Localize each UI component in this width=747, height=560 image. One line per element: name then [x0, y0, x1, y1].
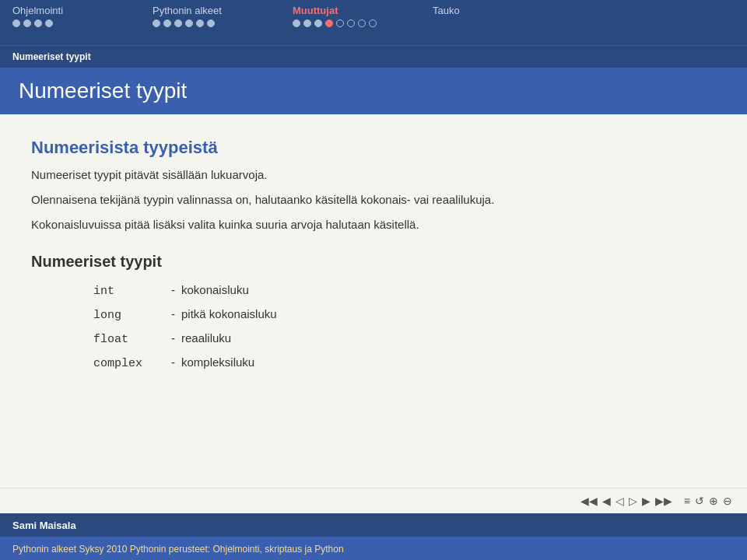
section-title: Numeerisista tyypeistä [31, 138, 716, 158]
footer-course: Pythonin alkeet Syksy 2010 Pythonin peru… [12, 544, 344, 555]
breadcrumb: Numeeriset tyypit [12, 51, 91, 62]
type-row-long: long - pitkä kokonaisluku [93, 307, 716, 322]
dot [207, 19, 215, 27]
paragraph-3: Kokonaisluvuissa pitää lisäksi valita ku… [31, 215, 716, 234]
type-desc-float: reaaliluku [181, 331, 231, 345]
dot [293, 19, 300, 27]
nav-next-group-button[interactable]: ▶ [642, 495, 651, 507]
dot [369, 19, 377, 27]
footer-name: Sami Maisala [12, 520, 76, 531]
breadcrumb-bar: Numeeriset tyypit [0, 45, 747, 68]
dot [196, 19, 204, 27]
type-row-int: int - kokonaisluku [93, 283, 716, 298]
dot [174, 19, 182, 27]
type-row-float: float - reaaliluku [93, 331, 716, 346]
dot [34, 19, 42, 27]
dot [163, 19, 171, 27]
nav-prev-group-button[interactable]: ◀ [602, 495, 611, 507]
nav-label-pythonin: Pythonin alkeet [153, 5, 246, 16]
dot [347, 19, 355, 27]
dot [45, 19, 53, 27]
nav-last-button[interactable]: ▶▶ [655, 495, 672, 507]
type-desc-int: kokonaisluku [181, 283, 249, 296]
type-table: int - kokonaisluku long - pitkä kokonais… [93, 283, 716, 370]
nav-section-tauko: Tauko [433, 5, 526, 19]
dot [23, 19, 31, 27]
type-desc-complex: kompleksiluku [181, 355, 254, 369]
nav-search-button[interactable]: ⊕ [709, 495, 718, 507]
top-nav: Ohjelmointi Pythonin alkeet Muuttujat [0, 0, 747, 45]
page-title: Numeeriset tyypit [19, 79, 728, 103]
nav-dots-pythonin [153, 19, 246, 27]
slide-body: Numeerisista tyypeistä Numeeriset tyypit… [0, 114, 747, 488]
nav-controls: ◀◀ ◀ ◁ ▷ ▶ ▶▶ ≡ ↺ ⊕ ⊖ [0, 488, 747, 513]
nav-label-ohjelmointi: Ohjelmointi [12, 5, 106, 16]
dot [12, 19, 20, 27]
page-title-bar: Numeeriset tyypit [0, 68, 747, 114]
dot [314, 19, 322, 27]
subsection-title: Numeeriset tyypit [31, 253, 716, 271]
nav-next-button[interactable]: ▷ [629, 495, 637, 507]
nav-first-button[interactable]: ◀◀ [580, 495, 598, 507]
type-code-float: float [93, 333, 171, 346]
nav-zoom-button[interactable]: ⊖ [723, 495, 732, 507]
type-dash-long: - [171, 307, 175, 320]
nav-label-tauko: Tauko [433, 5, 526, 16]
type-code-complex: complex [93, 357, 171, 370]
nav-label-muuttujat: Muuttujat [293, 5, 386, 16]
dot [303, 19, 311, 27]
dot [336, 19, 344, 27]
type-code-long: long [93, 309, 171, 322]
dot [153, 19, 160, 27]
type-desc-long: pitkä kokonaisluku [181, 307, 277, 320]
footer-bottom: Pythonin alkeet Syksy 2010 Pythonin peru… [0, 537, 747, 560]
nav-dots-muuttujat [293, 19, 386, 27]
nav-section-pythonin: Pythonin alkeet [153, 5, 246, 27]
paragraph-2: Olennaisena tekijänä tyypin valinnassa o… [31, 191, 716, 209]
nav-menu-button[interactable]: ≡ [684, 495, 690, 507]
nav-section-muuttujat: Muuttujat [293, 5, 386, 27]
type-dash-int: - [171, 283, 175, 296]
type-dash-complex: - [171, 355, 175, 369]
footer-top: Sami Maisala [0, 513, 747, 537]
paragraph-1: Numeeriset tyypit pitävät sisällään luku… [31, 166, 716, 184]
type-row-complex: complex - kompleksiluku [93, 355, 716, 370]
footer: Sami Maisala Pythonin alkeet Syksy 2010 … [0, 513, 747, 560]
presentation-wrapper: Ohjelmointi Pythonin alkeet Muuttujat [0, 0, 747, 560]
type-code-int: int [93, 285, 171, 298]
dot [358, 19, 366, 27]
nav-prev-button[interactable]: ◁ [615, 495, 624, 507]
nav-refresh-button[interactable]: ↺ [695, 495, 704, 507]
type-dash-float: - [171, 331, 175, 345]
nav-dots-ohjelmointi [12, 19, 106, 27]
dot-active [325, 19, 333, 27]
dot [185, 19, 193, 27]
nav-section-ohjelmointi: Ohjelmointi [12, 5, 106, 27]
